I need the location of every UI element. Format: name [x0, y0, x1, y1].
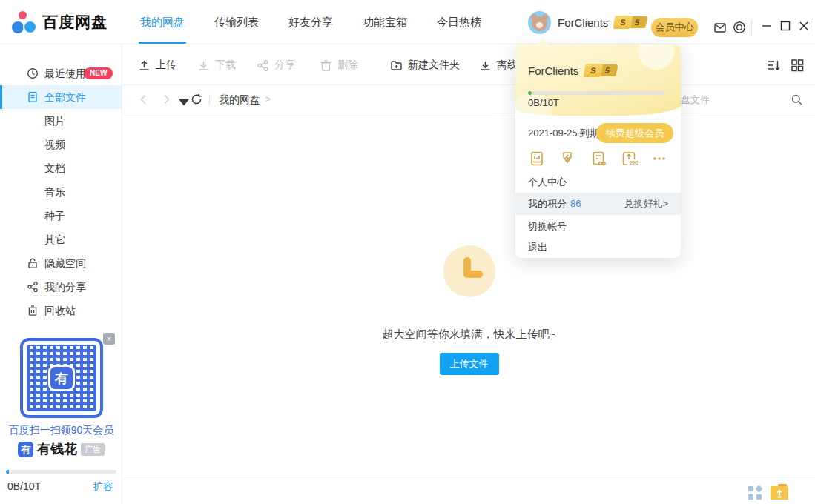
svip-badge: S: [613, 16, 633, 29]
sidebar-item-hidden-space[interactable]: 隐藏空间: [0, 251, 122, 275]
toolbar-label: 上传: [156, 59, 176, 72]
ad-close-icon[interactable]: ×: [103, 333, 115, 345]
sidebar-item-label: 隐藏空间: [44, 257, 86, 269]
menu-item-profile[interactable]: 个人中心: [515, 172, 681, 193]
sidebar-item-videos[interactable]: 视频: [0, 133, 122, 156]
settings-icon[interactable]: [733, 21, 746, 34]
speed-download-icon[interactable]: [558, 150, 576, 168]
maximize-icon[interactable]: [779, 20, 791, 32]
menu-item-logout[interactable]: 退出: [515, 237, 681, 258]
sidebar-item-pictures[interactable]: 图片: [0, 109, 122, 133]
vip-expiry-date: 2021-09-25 到期: [528, 122, 599, 145]
sidebar-item-label: 图片: [44, 115, 65, 127]
history-caret-icon[interactable]: [178, 96, 185, 103]
share-button[interactable]: 分享: [257, 45, 295, 85]
menu-item-switch-account[interactable]: 切换帐号: [515, 216, 681, 237]
sidebar-item-recycle-bin[interactable]: 回收站: [0, 299, 122, 322]
toolbar-label: 分享: [274, 59, 295, 72]
close-icon[interactable]: [798, 20, 810, 32]
doc-unlimited-icon[interactable]: [590, 150, 607, 168]
share-icon: [27, 281, 39, 293]
vip-badges: S 5: [614, 16, 647, 29]
breadcrumb-chevron: >: [265, 86, 271, 113]
upload-icon: [138, 59, 151, 72]
mail-icon[interactable]: [713, 21, 727, 34]
offline-download-icon: [479, 59, 492, 72]
tab-friend-share[interactable]: 好友分享: [286, 0, 336, 44]
breadcrumb-path[interactable]: 我的网盘: [219, 86, 260, 113]
renew-svip-button[interactable]: 续费超级会员: [596, 123, 673, 143]
new-badge: NEW: [84, 67, 113, 79]
lock-icon: [27, 257, 39, 269]
ad-brand-row: 有 有钱花 广告: [0, 440, 122, 458]
menu-storage-usage: 0B/10T: [528, 97, 559, 108]
new-folder-button[interactable]: 新建文件夹: [390, 45, 460, 85]
download-icon: [197, 59, 210, 72]
upload-file-button[interactable]: 上传文件: [440, 353, 499, 375]
sidebar-item-recent[interactable]: 最近使用 NEW: [0, 62, 122, 85]
points-label: 我的积分: [528, 198, 567, 209]
tab-my-drive[interactable]: 我的网盘: [137, 0, 188, 44]
baidu-netdisk-window: 百度网盘 我的网盘 传输列表 好友分享 功能宝箱 今日热榜 ForClients…: [0, 0, 815, 504]
sidebar-item-label: 音乐: [44, 186, 65, 198]
qr-brand-logo: 有: [48, 365, 75, 391]
menu-item-points[interactable]: 我的积分86 兑换好礼>: [515, 193, 681, 215]
sidebar-item-label: 我的分享: [44, 281, 86, 293]
sidebar-item-torrents[interactable]: 种子: [0, 204, 122, 228]
tab-hot-today[interactable]: 今日热榜: [434, 0, 484, 44]
sidebar-item-music[interactable]: 音乐: [0, 180, 122, 204]
user-avatar[interactable]: [528, 11, 551, 34]
user-name[interactable]: ForClients: [558, 16, 608, 29]
privilege-icons-row: 20G: [515, 148, 681, 169]
sidebar-item-all-files[interactable]: 全部文件: [0, 85, 122, 109]
toolbar-label: 新建文件夹: [408, 59, 460, 72]
expand-storage-link[interactable]: 扩容: [93, 480, 113, 494]
breadcrumb-bar: 我的网盘 >: [123, 86, 815, 113]
sidebar-item-others[interactable]: 其它: [0, 228, 122, 251]
sidebar-item-label: 最近使用: [44, 67, 86, 79]
upload-folder-icon[interactable]: [771, 484, 788, 500]
sidebar: 最近使用 NEW 全部文件 图片 视频 文档 音乐 种子 其它 隐藏空间: [0, 45, 122, 504]
mini-apps-icon[interactable]: [748, 486, 762, 500]
user-dropdown-menu: ForClients S 5 0B/10T 2021-09-25 到期 续费超级…: [515, 44, 681, 258]
tab-toolbox[interactable]: 功能宝箱: [360, 0, 410, 44]
upload-quota-icon[interactable]: 20G: [620, 150, 638, 168]
breadcrumb-divider: [209, 94, 210, 105]
trash-icon: [320, 59, 332, 72]
storage-progress-bar: [6, 470, 116, 474]
share-icon: [257, 59, 269, 72]
refresh-icon[interactable]: [191, 93, 202, 105]
search-icon[interactable]: [791, 93, 803, 106]
window-controls-divider: [751, 19, 752, 36]
sidebar-item-documents[interactable]: 文档: [0, 156, 122, 180]
clock-illustration-icon: [443, 245, 495, 297]
sidebar-item-label: 文档: [44, 162, 65, 174]
download-button[interactable]: 下载: [197, 45, 236, 85]
sidebar-item-label: 种子: [44, 210, 65, 222]
brand-logo-icon: 有: [18, 442, 33, 457]
user-cluster[interactable]: ForClients S 5: [528, 0, 647, 44]
main-tabs: 我的网盘 传输列表 好友分享 功能宝箱 今日热榜: [137, 0, 508, 44]
redeem-gifts-link[interactable]: 兑换好礼>: [624, 193, 668, 215]
more-privileges-icon[interactable]: [650, 150, 668, 168]
upload-button[interactable]: 上传: [138, 45, 176, 85]
status-bar: [123, 480, 815, 504]
empty-message: 超大空间等你来填满，快来上传吧~: [123, 328, 815, 342]
sidebar-item-my-shares[interactable]: 我的分享: [0, 275, 122, 299]
storage-card-icon[interactable]: [528, 150, 546, 168]
minimize-icon[interactable]: [761, 20, 773, 32]
forward-icon[interactable]: [160, 93, 172, 105]
top-header: 百度网盘 我的网盘 传输列表 好友分享 功能宝箱 今日热榜 ForClients…: [0, 0, 815, 44]
qr-code: 有: [20, 338, 103, 418]
back-icon[interactable]: [138, 93, 150, 105]
storage-footer: 0B/10T 扩容: [0, 470, 122, 504]
delete-button[interactable]: 删除: [320, 45, 358, 85]
sort-icon[interactable]: [766, 58, 781, 73]
tab-transfer-list[interactable]: 传输列表: [211, 0, 262, 44]
sidebar-item-label: 视频: [44, 139, 65, 150]
toolbar-label: 删除: [337, 59, 358, 72]
vip-center-button[interactable]: 会员中心: [651, 18, 698, 37]
menu-storage-progress-bar: [528, 91, 665, 95]
main-area: 上传 下载 分享 删除 新建文件夹 离线下载: [123, 45, 815, 504]
view-grid-icon[interactable]: [790, 58, 805, 73]
